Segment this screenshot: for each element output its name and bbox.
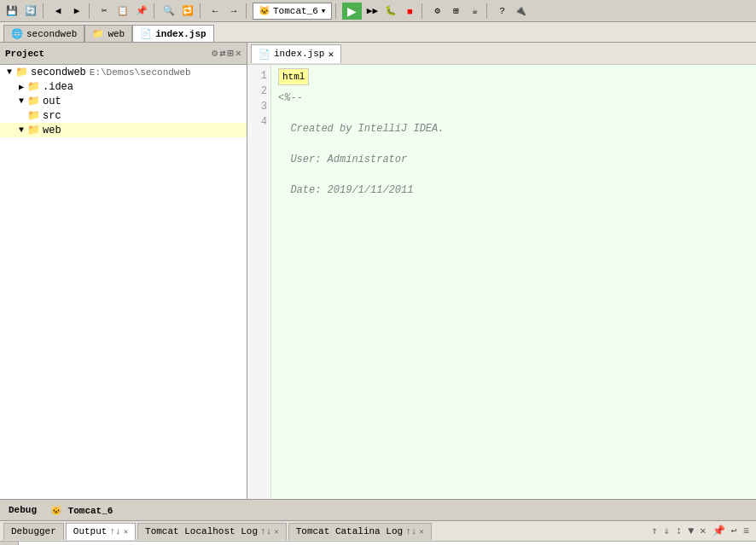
console-tab-output-label: Output bbox=[73, 526, 108, 536]
toolbar-btn-search[interactable]: 🔍 bbox=[160, 3, 177, 20]
console-actions: ⇑ ⇓ ↕ ▼ ✕ 📌 ↩ ≡ bbox=[649, 524, 756, 538]
toolbar-btn-1[interactable]: 💾 bbox=[3, 3, 20, 20]
tomcat-label: Tomcat_6 bbox=[273, 6, 318, 16]
console-tab-catalina[interactable]: Tomcat Catalina Log ↑↓ ✕ bbox=[288, 523, 432, 540]
panel-close-icon[interactable]: ✕ bbox=[236, 47, 241, 60]
tomcat-selector[interactable]: 🐱 Tomcat_6 ▾ bbox=[253, 3, 332, 20]
console-tab-localhost-marker: ↑↓ bbox=[260, 526, 271, 536]
console-tab-localhost-close[interactable]: ✕ bbox=[274, 527, 278, 536]
html-tag-badge: html bbox=[278, 68, 309, 85]
console-action-filter[interactable]: ▼ bbox=[686, 525, 695, 538]
tree-item-out[interactable]: ▼ 📁 out bbox=[0, 94, 247, 108]
console-action-menu[interactable]: ≡ bbox=[741, 525, 751, 538]
tree-icon-out: 📁 bbox=[27, 95, 40, 107]
toolbar-btn-paste[interactable]: 📌 bbox=[133, 3, 150, 20]
console-tab-catalina-label: Tomcat Catalina Log bbox=[296, 526, 403, 536]
toolbar-btn-sync[interactable]: 🔄 bbox=[22, 3, 39, 20]
console-tabs: Debugger Output ↑↓ ✕ Tomcat Localhost Lo… bbox=[0, 521, 756, 542]
toolbar-btn-run2[interactable]: ▶▶ bbox=[363, 3, 381, 20]
project-panel-title: Project bbox=[5, 49, 44, 59]
toolbar-btn-debug-run[interactable]: 🐛 bbox=[382, 3, 399, 20]
tree-icon-idea: 📁 bbox=[27, 80, 40, 93]
toolbar-btn-sdk[interactable]: ☕ bbox=[466, 3, 483, 20]
toolbar-btn-ext[interactable]: 🔌 bbox=[512, 3, 529, 20]
console-action-updown[interactable]: ↕ bbox=[674, 525, 683, 538]
toolbar-btn-replace[interactable]: 🔁 bbox=[179, 3, 196, 20]
console-tab-catalina-marker: ↑↓ bbox=[405, 526, 416, 536]
console-tab-output-close[interactable]: ✕ bbox=[124, 527, 128, 536]
console-tab-debugger[interactable]: Debugger bbox=[3, 523, 64, 540]
toolbar-btn-back[interactable]: ◀ bbox=[49, 3, 67, 20]
line-num-2: 2 bbox=[251, 84, 267, 99]
panel-sync-icon[interactable]: ⇄ bbox=[219, 47, 225, 60]
tomcat-icon: 🐱 bbox=[259, 5, 270, 16]
tree-item-secondweb[interactable]: ▼ 📁 secondweb E:\Demos\secondweb bbox=[0, 65, 247, 79]
console-tab-localhost[interactable]: Tomcat Localhost Log ↑↓ ✕ bbox=[137, 523, 287, 540]
panel-expand-icon[interactable]: ⊞ bbox=[228, 47, 234, 60]
toolbar-btn-layout[interactable]: ⊞ bbox=[447, 3, 464, 20]
console-action-pin[interactable]: 📌 bbox=[711, 524, 727, 538]
console-tab-debugger-label: Debugger bbox=[11, 526, 56, 536]
console-tab-output-marker: ↑↓ bbox=[109, 526, 120, 536]
toolbar-btn-cut[interactable]: ✂ bbox=[96, 3, 113, 20]
line-numbers: 1 2 3 4 bbox=[247, 65, 271, 499]
tree-item-web[interactable]: ▼ 📁 web bbox=[0, 123, 247, 137]
breadcrumb-label-secondweb: secondweb bbox=[26, 29, 77, 39]
editor-tab-close[interactable]: ✕ bbox=[328, 49, 334, 60]
toolbar-btn-help[interactable]: ? bbox=[493, 3, 510, 20]
line-num-4: 4 bbox=[251, 114, 267, 130]
tree-icon-src: 📁 bbox=[27, 109, 40, 122]
breadcrumb-label-indexjsp: index.jsp bbox=[155, 29, 206, 39]
code-line-1: <%-- bbox=[278, 90, 749, 106]
separator-5 bbox=[246, 3, 249, 19]
main-content: Project ⚙ ⇄ ⊞ ✕ ▼ 📁 secondweb E:\Demos\s… bbox=[0, 43, 756, 499]
console-panel: Debugger Output ↑↓ ✕ Tomcat Localhost Lo… bbox=[0, 521, 756, 545]
editor-panel: 📄 index.jsp ✕ 1 2 3 4 html <%-- Created … bbox=[247, 43, 756, 499]
project-panel: Project ⚙ ⇄ ⊞ ✕ ▼ 📁 secondweb E:\Demos\s… bbox=[0, 43, 247, 499]
breadcrumb-tab-web[interactable]: 📁 web bbox=[84, 25, 132, 42]
breadcrumb-icon-secondweb: 🌐 bbox=[11, 28, 23, 39]
separator-3 bbox=[154, 3, 157, 19]
toolbar-btn-nav1[interactable]: ← bbox=[206, 3, 224, 20]
editor-tab-icon: 📄 bbox=[259, 49, 270, 60]
console-action-down[interactable]: ⇓ bbox=[662, 524, 672, 538]
debug-tab-debugger[interactable]: Debug bbox=[5, 504, 40, 516]
editor-header: 📄 index.jsp ✕ bbox=[247, 43, 756, 65]
toolbar-btn-nav2[interactable]: → bbox=[225, 3, 242, 20]
code-line-2: Created by IntelliJ IDEA. bbox=[278, 121, 749, 136]
tree-item-idea[interactable]: ▶ 📁 .idea bbox=[0, 79, 247, 94]
console-tab-localhost-label: Tomcat Localhost Log bbox=[145, 526, 258, 536]
breadcrumb-tab-indexjsp[interactable]: 📄 index.jsp bbox=[132, 25, 213, 42]
run-button[interactable]: ▶ bbox=[342, 3, 362, 20]
tree-toggle-idea[interactable]: ▶ bbox=[15, 82, 27, 92]
tree-item-src[interactable]: 📁 src bbox=[0, 108, 247, 123]
tomcat-dropdown-icon: ▾ bbox=[321, 5, 327, 16]
tree-label-idea: .idea bbox=[43, 81, 73, 93]
breadcrumb-tab-secondweb[interactable]: 🌐 secondweb bbox=[3, 25, 84, 42]
console-tab-output[interactable]: Output ↑↓ ✕ bbox=[66, 523, 136, 540]
code-area[interactable]: html <%-- Created by IntelliJ IDEA. User… bbox=[271, 65, 756, 499]
stop-button[interactable]: ■ bbox=[401, 3, 418, 20]
console-action-clear[interactable]: ✕ bbox=[698, 524, 707, 538]
toolbar-btn-fwd[interactable]: ▶ bbox=[68, 3, 85, 20]
console-tab-catalina-close[interactable]: ✕ bbox=[419, 527, 423, 536]
editor-tab-label: index.jsp bbox=[274, 49, 324, 59]
toolbar-btn-copy[interactable]: 📋 bbox=[114, 3, 131, 20]
project-panel-header: Project ⚙ ⇄ ⊞ ✕ bbox=[0, 43, 247, 65]
editor-content: 1 2 3 4 html <%-- Created by IntelliJ ID… bbox=[247, 65, 756, 499]
separator-2 bbox=[89, 3, 92, 19]
tree-toggle-secondweb[interactable]: ▼ bbox=[3, 67, 15, 77]
panel-gear-icon[interactable]: ⚙ bbox=[212, 47, 218, 60]
panel-header-actions: ⚙ ⇄ ⊞ ✕ bbox=[212, 47, 241, 60]
breadcrumb-icon-indexjsp: 📄 bbox=[140, 28, 152, 39]
editor-tab-indexjsp[interactable]: 📄 index.jsp ✕ bbox=[251, 44, 341, 63]
separator-8 bbox=[486, 3, 490, 19]
console-action-up[interactable]: ⇑ bbox=[649, 524, 659, 538]
breadcrumb-icon-web: 📁 bbox=[92, 28, 104, 39]
tree-toggle-web[interactable]: ▼ bbox=[15, 125, 27, 135]
toolbar-btn-settings[interactable]: ⚙ bbox=[428, 3, 445, 20]
console-action-wrap[interactable]: ↩ bbox=[730, 524, 739, 538]
debug-tab-tomcat[interactable]: 🐱 Tomcat_6 bbox=[47, 504, 116, 517]
tree-toggle-out[interactable]: ▼ bbox=[15, 96, 27, 106]
breadcrumb-tabs: 🌐 secondweb 📁 web 📄 index.jsp bbox=[0, 22, 756, 43]
